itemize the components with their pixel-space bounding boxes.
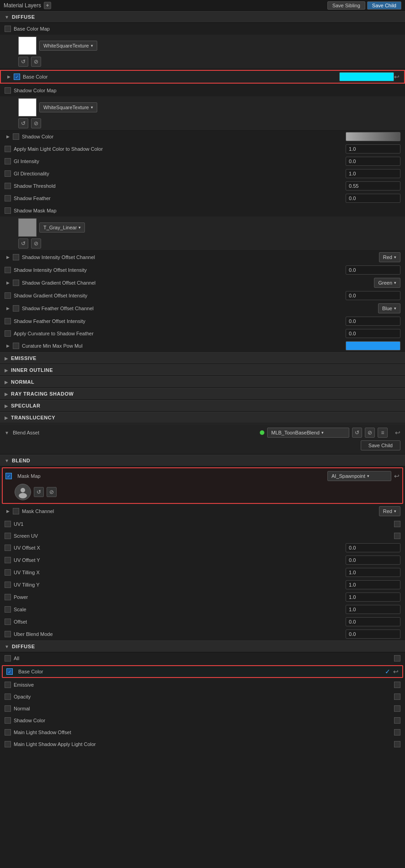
shadow-gradient-offset-channel-dropdown[interactable]: Green ▾ (374, 278, 400, 288)
shadow-gradient-offset-intensity-input[interactable] (346, 291, 400, 300)
base-color-checkbox[interactable]: ✓ (14, 74, 20, 80)
shadow-color-map-dropdown[interactable]: WhiteSquareTexture ▾ (39, 102, 97, 112)
blend-asset-settings-icon[interactable]: ≡ (378, 428, 388, 438)
mask-map-browse-icon[interactable]: ↺ (34, 487, 44, 497)
shadow-intensity-offset-intensity-checkbox[interactable] (5, 267, 11, 273)
main-light-shadow-apply-checkbox[interactable] (5, 741, 11, 747)
shadow-feather-checkbox[interactable] (5, 195, 11, 201)
shadow-feather-offset-channel-arrow[interactable]: ▶ (5, 305, 11, 312)
uv-tilling-y-input[interactable] (346, 580, 400, 589)
uber-blend-mode-checkbox[interactable] (5, 631, 11, 637)
shadow-color-arrow[interactable]: ▶ (5, 133, 11, 140)
base-color2-undo-icon[interactable]: ↩ (393, 668, 399, 675)
offset-checkbox[interactable] (5, 619, 11, 625)
ray-tracing-shadow-section-header[interactable]: ▶ RAY TRACING SHADOW (0, 388, 405, 400)
uv-offset-y-input[interactable] (346, 556, 400, 565)
base-color-map-checkbox[interactable] (5, 26, 11, 32)
scale-checkbox[interactable] (5, 606, 11, 613)
shadow-color-map-checkbox[interactable] (5, 87, 11, 94)
normal-section-header[interactable]: ▶ NORMAL (0, 376, 405, 388)
shadow-feather-input[interactable] (346, 194, 400, 203)
uv-offset-x-input[interactable] (346, 543, 400, 552)
base-color-undo-icon[interactable]: ↩ (394, 73, 400, 80)
blend-asset-browse-icon[interactable]: ↺ (352, 428, 362, 438)
shadow-mask-clear-icon[interactable]: ⊘ (31, 238, 41, 249)
base-color-swatch[interactable] (339, 72, 394, 81)
blend-asset-undo-icon[interactable]: ↩ (395, 429, 400, 436)
all-checkbox-val[interactable] (394, 655, 400, 662)
translucency-section-header[interactable]: ▶ TRANSLUCENCY (0, 412, 405, 423)
uv1-checkbox[interactable] (5, 521, 11, 527)
mask-map-link-icon[interactable]: ⊘ (47, 487, 57, 497)
shadow-color-swatch[interactable] (346, 132, 400, 141)
shadow-intensity-offset-intensity-input[interactable] (346, 265, 400, 275)
curvature-min-max-swatch[interactable] (346, 341, 400, 350)
blend-asset-dropdown[interactable]: MLB_ToonBaseBlend ▾ (267, 428, 349, 438)
shadow-color-map-clear-icon[interactable]: ⊘ (31, 118, 41, 128)
shadow-gradient-offset-intensity-checkbox[interactable] (5, 292, 11, 299)
uv1-checkbox-val[interactable] (394, 521, 400, 527)
screen-uv-checkbox[interactable] (5, 533, 11, 539)
blend-section-header[interactable]: ▼ BLEND (0, 455, 405, 466)
mask-channel-checkbox[interactable] (13, 508, 19, 514)
normal2-checkbox-val[interactable] (394, 705, 400, 712)
uv-tilling-x-checkbox[interactable] (5, 569, 11, 576)
emissive2-checkbox[interactable] (5, 682, 11, 688)
apply-curvature-checkbox[interactable] (5, 330, 11, 337)
save-child-button-top[interactable]: Save Child (367, 1, 401, 10)
blend-asset-save-child-button[interactable]: Save Child (361, 440, 400, 450)
specular-section-header[interactable]: ▶ SPECULAR (0, 400, 405, 412)
base-color2-checkbox[interactable]: ✓ (6, 668, 13, 675)
screen-uv-checkbox-val[interactable] (394, 533, 400, 539)
shadow-mask-map-dropdown[interactable]: T_Gray_Linear ▾ (39, 222, 85, 233)
shadow-intensity-offset-channel-dropdown[interactable]: Red ▾ (379, 252, 400, 262)
uv-tilling-y-checkbox[interactable] (5, 582, 11, 588)
curvature-min-max-checkbox[interactable] (13, 343, 19, 349)
power-input[interactable] (346, 593, 400, 602)
mask-channel-arrow[interactable]: ▶ (5, 508, 11, 514)
shadow-intensity-offset-channel-checkbox[interactable] (13, 254, 19, 260)
blend-asset-link-icon[interactable]: ⊘ (365, 428, 375, 438)
uv-offset-x-checkbox[interactable] (5, 545, 11, 551)
save-sibling-button[interactable]: Save Sibling (327, 1, 365, 10)
shadow-mask-browse-icon[interactable]: ↺ (18, 238, 28, 249)
emissive-section-header[interactable]: ▶ EMISSIVE (0, 352, 405, 364)
shadow-feather-offset-intensity-input[interactable] (346, 317, 400, 326)
opacity-checkbox-val[interactable] (394, 693, 400, 700)
main-light-shadow-apply-checkbox-val[interactable] (394, 741, 400, 747)
shadow-feather-offset-intensity-checkbox[interactable] (5, 318, 11, 324)
shadow-color-checkbox[interactable] (13, 133, 19, 140)
uv-offset-y-checkbox[interactable] (5, 557, 11, 563)
apply-main-light-checkbox[interactable] (5, 146, 11, 152)
gi-intensity-input[interactable] (346, 157, 400, 166)
gi-intensity-checkbox[interactable] (5, 158, 11, 164)
base-color-map-browse-icon[interactable]: ↺ (18, 57, 28, 67)
emissive2-checkbox-val[interactable] (394, 682, 400, 688)
shadow-mask-map-checkbox[interactable] (5, 207, 11, 214)
uv-tilling-x-input[interactable] (346, 568, 400, 577)
inner-outline-section-header[interactable]: ▶ INNER OUTLINE (0, 364, 405, 376)
offset-input[interactable] (346, 617, 400, 626)
mask-map-dropdown[interactable]: AI_Spawnpoint ▾ (327, 471, 391, 481)
apply-main-light-input[interactable] (346, 144, 400, 153)
diffuse2-section-header[interactable]: ▼ DIFFUSE (0, 640, 405, 652)
add-layer-button[interactable]: + (44, 2, 51, 9)
normal2-checkbox[interactable] (5, 705, 11, 712)
shadow-gradient-offset-channel-checkbox[interactable] (13, 280, 19, 286)
shadow-color-map-browse-icon[interactable]: ↺ (18, 118, 28, 128)
base-color-map-clear-icon[interactable]: ⊘ (31, 57, 41, 67)
power-checkbox[interactable] (5, 594, 11, 600)
shadow-threshold-checkbox[interactable] (5, 183, 11, 189)
shadow-color2-checkbox-val[interactable] (394, 717, 400, 724)
shadow-gradient-offset-channel-arrow[interactable]: ▶ (5, 280, 11, 286)
main-light-shadow-offset-checkbox[interactable] (5, 729, 11, 736)
base-color-arrow[interactable]: ▶ (5, 74, 12, 80)
shadow-intensity-offset-channel-arrow[interactable]: ▶ (5, 254, 11, 260)
curvature-min-max-arrow[interactable]: ▶ (5, 343, 11, 349)
blend-asset-collapse-arrow[interactable]: ▼ (5, 430, 9, 435)
shadow-color2-checkbox[interactable] (5, 717, 11, 724)
base-color-map-dropdown[interactable]: WhiteSquareTexture ▾ (39, 41, 97, 51)
all-checkbox[interactable] (5, 655, 11, 662)
opacity-checkbox[interactable] (5, 693, 11, 700)
gi-directionality-input[interactable] (346, 169, 400, 178)
